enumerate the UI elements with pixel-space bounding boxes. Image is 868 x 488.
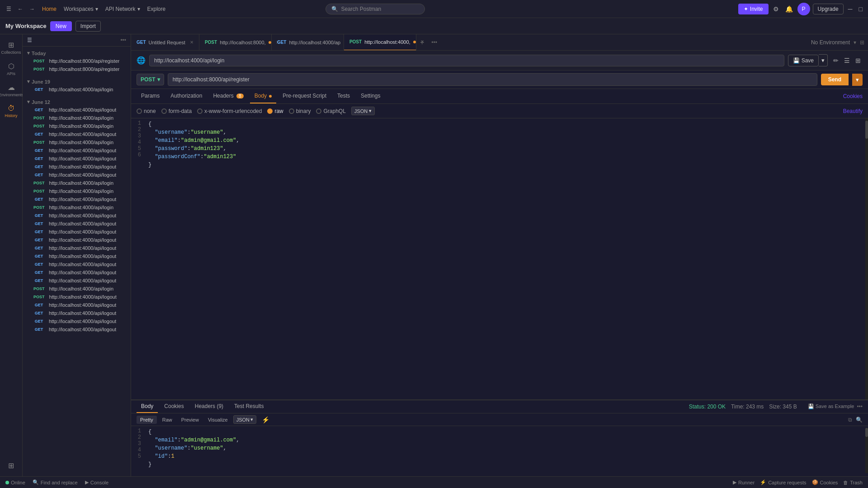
find-replace-button[interactable]: 🔍 Find and replace [33,479,78,485]
settings-button[interactable]: ⚙ [771,4,781,14]
history-item[interactable]: GET http://localhost:4000/api/logout [23,220,131,228]
history-item[interactable]: POST http://localhost:4000/api/login [23,203,131,211]
api-network-button[interactable]: API Network ▾ [103,4,143,14]
history-item[interactable]: GET http://localhost:4000/api/logout [23,195,131,203]
resp-tab-body[interactable]: Body [137,400,158,413]
resp-scrollbar-thumb[interactable] [865,428,868,437]
sidebar-item-more[interactable]: ⊞ [1,459,21,473]
runner-button[interactable]: ▶ Runner [733,479,755,485]
tab-settings[interactable]: Settings [356,89,385,103]
resp-filter-icon[interactable]: ⚡ [262,416,269,423]
history-item[interactable]: GET http://localhost:4000/api/logout [23,211,131,220]
tab-pre-request[interactable]: Pre-request Script [278,89,331,103]
history-item[interactable]: GET http://localhost:4000/api/logout [23,268,131,277]
tab-authorization[interactable]: Authorization [166,89,207,103]
cookies-bottom-button[interactable]: 🍪 Cookies [812,479,838,485]
forward-button[interactable]: → [27,4,38,14]
search-resp-icon[interactable]: 🔍 [856,417,863,423]
history-item[interactable]: GET http://localhost:4000/api/logout [23,309,131,317]
menu-button[interactable]: ☰ [4,4,14,14]
history-item[interactable]: GET http://localhost:4000/api/logout [23,130,131,138]
radio-graphql[interactable]: GraphQL [316,108,345,114]
history-group-june19-label[interactable]: ▾ June 19 [23,77,131,85]
home-button[interactable]: Home [39,4,59,14]
import-button[interactable]: Import [75,21,101,32]
resp-format-pretty[interactable]: Pretty [137,416,157,424]
resp-tab-test-results[interactable]: Test Results [230,400,268,413]
send-arrow-button[interactable]: ▾ [852,74,863,86]
history-item[interactable]: POST http://localhost:4000/api/login [23,187,131,195]
tab-get-api[interactable]: GET http://localhost:4000/ap ✕ [272,34,344,51]
comment-icon-button[interactable]: ☰ [842,55,852,66]
layout-icon-button[interactable]: ⊞ [854,55,863,66]
sidebar-item-collections[interactable]: ⊞ Collections [1,38,21,57]
trash-button[interactable]: 🗑 Trash [843,479,863,485]
history-item[interactable]: GET http://localhost:4000/api/logout [23,236,131,244]
radio-form-data[interactable]: form-data [161,108,192,114]
history-item[interactable]: GET http://localhost:4000/api/logout [23,317,131,325]
resp-tab-cookies[interactable]: Cookies [160,400,188,413]
save-example-link[interactable]: 💾 Save as Example [808,404,854,410]
tab-body[interactable]: Body [250,89,277,103]
env-dropdown-icon[interactable]: ▾ [854,39,856,46]
search-bar[interactable]: 🔍 Search Postman [326,4,425,14]
tab-more-button[interactable]: ••• [428,39,441,46]
tab-post-login-active[interactable]: POST http://localhost:4000, ✕ [344,34,416,51]
maximize-button[interactable]: □ [857,4,864,14]
resp-format-raw[interactable]: Raw [159,416,176,424]
sidebar-item-environments[interactable]: ☁ Environments [1,80,21,100]
send-button[interactable]: Send [821,74,849,85]
minimize-button[interactable]: ─ [846,4,854,14]
history-item[interactable]: GET http://localhost:4000/api/logout [23,146,131,155]
env-settings-icon[interactable]: ⊞ [860,39,864,46]
code-editor[interactable]: 1 2 3 4 5 6 { "username" : "username", "… [131,118,868,399]
history-item[interactable]: POST http://localhost:4000/api/login [23,122,131,130]
notifications-button[interactable]: 🔔 [783,4,795,14]
sidebar-item-apis[interactable]: ⬡ APIs [1,59,21,79]
radio-raw[interactable]: raw [267,108,283,114]
resp-tab-headers[interactable]: Headers (9) [190,400,228,413]
history-item[interactable]: GET http://localhost:4000/api/logout [23,260,131,268]
tab-tests[interactable]: Tests [333,89,354,103]
explore-button[interactable]: Explore [145,4,169,14]
history-item[interactable]: GET http://localhost:4000/api/logout [23,163,131,171]
console-button[interactable]: ▶ Console [85,479,108,485]
history-item[interactable]: GET http://localhost:4000/api/login [23,85,131,94]
history-item[interactable]: POST http://localhost:4000/api/login [23,138,131,146]
tab-add-button[interactable]: + [416,38,428,47]
tab-post-register[interactable]: POST http://localhost:8000, ✕ [199,34,272,51]
beautify-link[interactable]: Beautify [843,108,863,114]
save-button[interactable]: 💾 Save [788,55,819,66]
upgrade-button[interactable]: Upgrade [813,4,844,14]
history-item[interactable]: GET http://localhost:4000/api/logout [23,106,131,114]
tab-headers[interactable]: Headers 8 [208,89,248,103]
url-input[interactable] [168,73,817,86]
edit-icon-button[interactable]: ✏ [831,55,840,66]
scrollbar-thumb[interactable] [865,121,868,139]
history-item[interactable]: GET http://localhost:4000/api/logout [23,155,131,163]
history-item[interactable]: POST http://localhost:4000/api/logout [23,293,131,301]
resp-more-icon[interactable]: ••• [857,404,863,410]
panel-dots[interactable]: ••• [120,37,126,43]
history-item[interactable]: POST http://localhost:4000/api/login [23,114,131,122]
method-select[interactable]: POST ▾ [137,74,164,85]
sidebar-item-history[interactable]: ⏱ History [1,102,21,121]
workspaces-button[interactable]: Workspaces ▾ [61,4,101,14]
radio-urlencoded[interactable]: x-www-form-urlencoded [197,108,262,114]
json-format-select[interactable]: JSON ▾ [351,107,375,115]
avatar[interactable]: P [797,3,810,15]
radio-none[interactable]: none [137,108,156,114]
code-content[interactable]: { "username" : "username", "email": "adm… [145,120,868,398]
back-button[interactable]: ← [15,4,26,14]
resp-format-preview[interactable]: Preview [178,416,203,424]
copy-icon[interactable]: ⧉ [848,417,852,423]
radio-binary[interactable]: binary [289,108,311,114]
resp-json-select[interactable]: JSON ▾ [233,415,256,424]
save-dropdown-button[interactable]: ▾ [819,54,828,66]
cookies-link[interactable]: Cookies [843,93,863,99]
invite-button[interactable]: ✦ Invite [738,4,769,14]
history-item[interactable]: POST http://localhost:8000/api/register [23,57,131,65]
history-item[interactable]: POST http://localhost:8000/api/register [23,65,131,73]
history-item[interactable]: GET http://localhost:4000/api/logout [23,301,131,309]
new-button[interactable]: New [50,21,72,31]
